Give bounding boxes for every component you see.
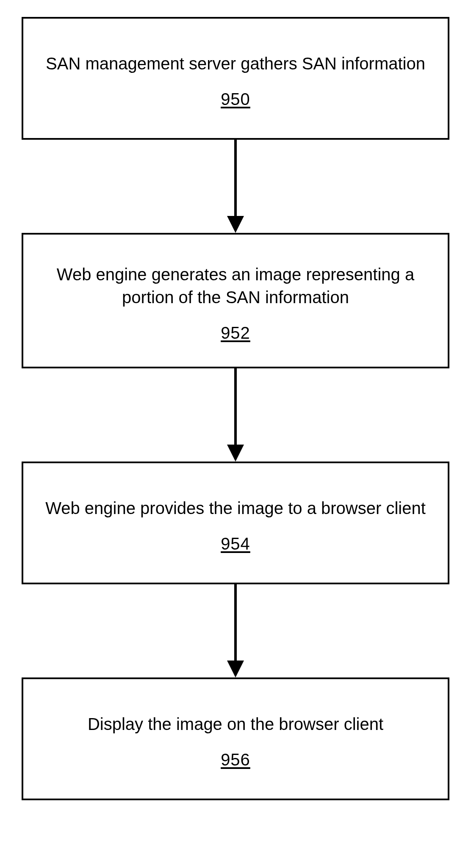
flowchart-arrow — [223, 368, 248, 462]
flowchart-node-950: SAN management server gathers SAN inform… — [22, 17, 449, 140]
node-label: SAN management server gathers SAN inform… — [46, 52, 425, 75]
svg-marker-1 — [227, 216, 244, 233]
node-id: 952 — [221, 323, 250, 343]
node-id: 954 — [221, 534, 250, 553]
flowchart-container: SAN management server gathers SAN inform… — [0, 17, 471, 800]
flowchart-node-952: Web engine generates an image representi… — [22, 233, 449, 368]
node-id: 950 — [221, 90, 250, 109]
node-label: Display the image on the browser client — [88, 713, 383, 735]
flowchart-node-956: Display the image on the browser client … — [22, 677, 449, 800]
node-id: 956 — [221, 750, 250, 769]
node-label: Web engine provides the image to a brows… — [45, 497, 426, 520]
svg-marker-3 — [227, 445, 244, 462]
flowchart-arrow — [223, 140, 248, 233]
flowchart-arrow — [223, 584, 248, 677]
flowchart-node-954: Web engine provides the image to a brows… — [22, 462, 449, 584]
svg-marker-5 — [227, 661, 244, 677]
node-label: Web engine generates an image representi… — [36, 263, 435, 309]
